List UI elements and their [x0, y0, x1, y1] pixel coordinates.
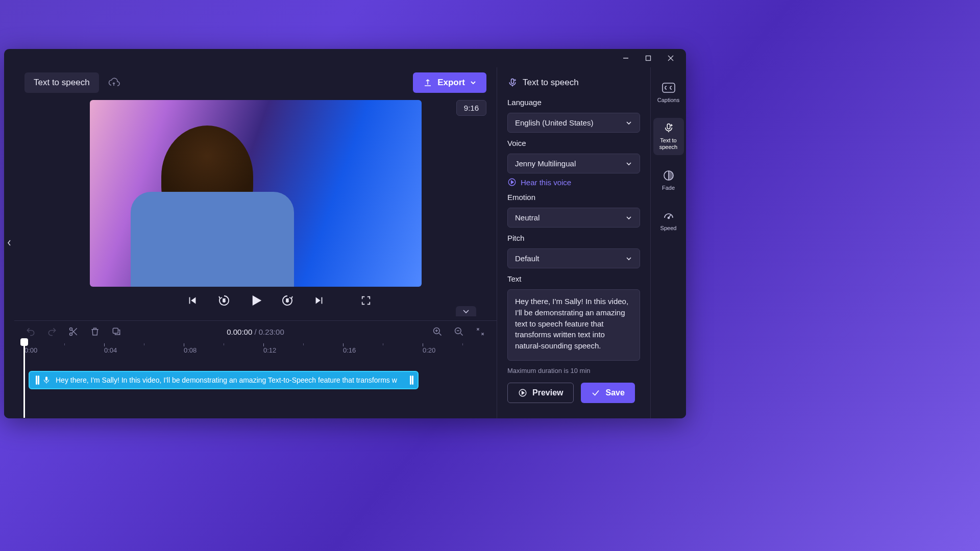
rail-captions[interactable]: Captions	[653, 78, 684, 108]
zoom-in-button[interactable]	[431, 325, 444, 338]
svg-point-26	[668, 217, 669, 218]
hear-voice-link[interactable]: Hear this voice	[507, 178, 640, 187]
svg-marker-18	[511, 181, 514, 184]
pitch-select[interactable]: Default	[507, 248, 640, 268]
voice-select[interactable]: Jenny Multilingual	[507, 154, 640, 173]
split-button[interactable]	[67, 325, 80, 338]
mic-sparkle-icon	[507, 78, 518, 88]
tts-panel: Text to speech Language English (United …	[497, 67, 650, 418]
page-title: Text to speech	[24, 72, 99, 93]
redo-button[interactable]	[46, 325, 58, 338]
timeline-ruler[interactable]: 0:000:040:080:120:160:20	[14, 342, 497, 359]
cloud-sync-icon[interactable]	[106, 75, 121, 90]
svg-text:5: 5	[286, 298, 288, 303]
check-icon	[591, 388, 600, 397]
ruler-tick: 0:12	[263, 346, 276, 354]
svg-marker-20	[522, 391, 525, 394]
play-circle-icon	[518, 388, 527, 397]
total-duration: 0.23:00	[259, 328, 284, 336]
svg-rect-4	[189, 297, 190, 304]
current-time: 0.00:00	[227, 328, 252, 336]
pitch-label: Pitch	[507, 234, 640, 242]
emotion-label: Emotion	[507, 193, 640, 202]
left-collapse-rail[interactable]	[4, 67, 14, 418]
captions-icon	[662, 82, 676, 94]
mic-icon	[42, 376, 51, 384]
rewind-5-button[interactable]: 5	[216, 292, 232, 309]
playback-controls: 5 5	[14, 287, 497, 314]
ruler-tick: 0:16	[343, 346, 356, 354]
clip-handle-right[interactable]	[410, 375, 411, 385]
rail-tts[interactable]: Text to speech	[653, 118, 684, 155]
save-button[interactable]: Save	[581, 383, 634, 403]
close-button[interactable]	[660, 51, 681, 66]
aspect-ratio-badge[interactable]: 9:16	[456, 100, 486, 116]
svg-rect-16	[511, 79, 514, 84]
preview-button[interactable]: Preview	[507, 383, 574, 403]
timeline-toolbar: 0.00:00 / 0.23:00	[14, 321, 497, 342]
collapse-timeline-button[interactable]	[456, 306, 476, 316]
right-rail: Captions Text to speech Fade Speed	[650, 67, 686, 418]
voice-label: Voice	[507, 139, 640, 147]
tts-clip[interactable]: Hey there, I'm Sally! In this video, I'l…	[29, 371, 419, 389]
titlebar	[4, 49, 686, 67]
ruler-tick: 0:04	[104, 346, 117, 354]
svg-rect-1	[646, 56, 651, 61]
maximize-button[interactable]	[638, 51, 658, 66]
rail-fade[interactable]: Fade	[653, 165, 684, 195]
export-button[interactable]: Export	[413, 72, 486, 93]
play-circle-icon	[507, 178, 517, 187]
language-select[interactable]: English (United States)	[507, 113, 640, 133]
export-label: Export	[437, 78, 465, 88]
ruler-tick: 0:20	[423, 346, 435, 354]
ruler-tick: 0:00	[24, 346, 37, 354]
svg-marker-9	[315, 297, 320, 304]
clip-text: Hey there, I'm Sally! In this video, I'l…	[56, 376, 397, 384]
preview-area: 9:16 5	[14, 98, 497, 320]
tts-text-input[interactable]: Hey there, I'm Sally! In this video, I'l…	[507, 289, 640, 361]
svg-rect-22	[667, 124, 670, 129]
fit-button[interactable]	[474, 325, 486, 338]
svg-text:5: 5	[223, 298, 225, 303]
timeline-track[interactable]: Hey there, I'm Sally! In this video, I'l…	[14, 359, 497, 418]
video-preview[interactable]	[90, 100, 422, 287]
skip-start-button[interactable]	[184, 292, 201, 309]
topbar: Text to speech Export	[14, 67, 497, 98]
zoom-out-button[interactable]	[453, 325, 465, 338]
duration-hint: Maximum duration is 10 min	[507, 367, 640, 374]
svg-marker-7	[252, 295, 261, 306]
minimize-button[interactable]	[616, 51, 636, 66]
duplicate-button[interactable]	[110, 325, 122, 338]
play-button[interactable]	[248, 292, 264, 309]
svg-rect-21	[663, 83, 675, 92]
svg-marker-5	[191, 297, 195, 304]
undo-button[interactable]	[24, 325, 37, 338]
app-window: Text to speech Export 9:16	[4, 49, 686, 418]
clip-handle-left[interactable]	[36, 375, 37, 385]
forward-5-button[interactable]: 5	[279, 292, 296, 309]
svg-rect-13	[113, 328, 118, 333]
chevron-down-icon	[625, 214, 632, 221]
language-label: Language	[507, 98, 640, 107]
main-area: Text to speech Export 9:16	[14, 67, 497, 418]
svg-rect-10	[321, 297, 322, 304]
rail-speed[interactable]: Speed	[653, 206, 684, 236]
delete-button[interactable]	[89, 325, 101, 338]
fade-icon	[662, 169, 676, 182]
timeline: 0.00:00 / 0.23:00 0:000:040:080:120:160:…	[14, 320, 497, 418]
chevron-down-icon	[625, 160, 632, 167]
emotion-select[interactable]: Neutral	[507, 208, 640, 228]
panel-title: Text to speech	[507, 78, 640, 88]
time-position: 0.00:00 / 0.23:00	[227, 328, 284, 336]
chevron-down-icon	[625, 119, 632, 127]
playhead[interactable]	[23, 341, 25, 418]
text-label: Text	[507, 274, 640, 283]
fullscreen-button[interactable]	[358, 292, 374, 309]
ruler-tick: 0:08	[184, 346, 197, 354]
chevron-down-icon	[625, 255, 632, 262]
mic-sparkle-icon	[662, 122, 676, 134]
speedometer-icon	[662, 210, 676, 222]
skip-end-button[interactable]	[311, 292, 327, 309]
